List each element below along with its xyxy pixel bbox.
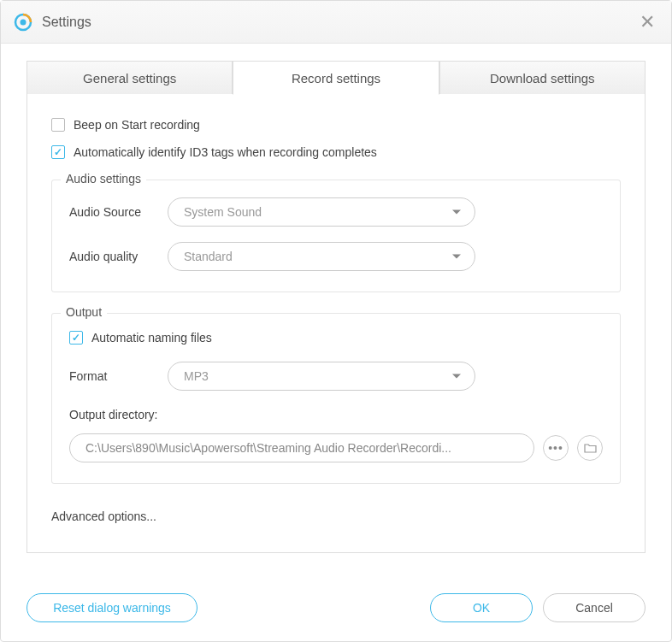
audio-quality-row: Audio quality Standard <box>69 242 603 271</box>
id3-row: Automatically identify ID3 tags when rec… <box>51 145 621 159</box>
beep-label: Beep on Start recording <box>74 118 200 132</box>
audio-settings-legend: Audio settings <box>61 172 146 186</box>
output-legend: Output <box>61 305 107 319</box>
open-folder-button[interactable] <box>577 435 603 461</box>
titlebar: Settings ✕ <box>1 1 671 44</box>
format-dropdown[interactable]: MP3 <box>168 362 475 391</box>
window-title: Settings <box>42 15 91 30</box>
record-settings-panel: Beep on Start recording Automatically id… <box>27 94 645 553</box>
audio-source-row: Audio Source System Sound <box>69 197 603 227</box>
output-directory-path[interactable]: C:\Users\890\Music\Apowersoft\Streaming … <box>69 433 534 462</box>
browse-button[interactable]: ••• <box>543 435 569 461</box>
auto-naming-row: Automatic naming files <box>69 331 603 345</box>
format-value: MP3 <box>184 369 209 383</box>
beep-row: Beep on Start recording <box>51 118 621 132</box>
auto-naming-checkbox[interactable] <box>69 331 83 345</box>
chevron-down-icon <box>452 255 461 259</box>
folder-icon <box>584 443 597 454</box>
format-label: Format <box>69 369 168 383</box>
format-row: Format MP3 <box>69 362 603 391</box>
cancel-button[interactable]: Cancel <box>543 593 645 622</box>
id3-checkbox[interactable] <box>51 145 65 159</box>
audio-settings-fieldset: Audio settings Audio Source System Sound… <box>51 180 621 292</box>
output-directory-label: Output directory: <box>69 408 603 421</box>
tabs-bar: General settings Record settings Downloa… <box>27 61 645 95</box>
audio-source-dropdown[interactable]: System Sound <box>168 197 475 227</box>
chevron-down-icon <box>452 210 461 215</box>
chevron-down-icon <box>452 374 461 379</box>
beep-checkbox[interactable] <box>51 118 65 132</box>
output-fieldset: Output Automatic naming files Format MP3… <box>51 313 621 484</box>
id3-label: Automatically identify ID3 tags when rec… <box>74 145 377 159</box>
advanced-options-link[interactable]: Advanced options... <box>51 509 621 523</box>
content-area: General settings Record settings Downloa… <box>1 44 671 553</box>
ok-button[interactable]: OK <box>430 593 533 622</box>
audio-quality-dropdown[interactable]: Standard <box>168 242 475 271</box>
svg-point-1 <box>21 19 27 25</box>
app-logo-icon <box>13 12 33 32</box>
ellipsis-icon: ••• <box>548 441 563 455</box>
footer-right: OK Cancel <box>430 593 645 622</box>
settings-window: Settings ✕ General settings Record setti… <box>0 0 672 642</box>
audio-source-value: System Sound <box>184 205 262 219</box>
tab-general[interactable]: General settings <box>27 61 233 95</box>
reset-warnings-button[interactable]: Reset dialog warnings <box>27 593 197 622</box>
tab-download[interactable]: Download settings <box>439 61 645 95</box>
auto-naming-label: Automatic naming files <box>91 331 212 345</box>
audio-quality-value: Standard <box>184 250 233 263</box>
tab-record[interactable]: Record settings <box>233 61 439 95</box>
audio-quality-label: Audio quality <box>69 250 168 263</box>
audio-source-label: Audio Source <box>69 205 168 219</box>
footer: Reset dialog warnings OK Cancel <box>27 593 645 622</box>
output-directory-row: C:\Users\890\Music\Apowersoft\Streaming … <box>69 433 603 462</box>
close-icon: ✕ <box>640 11 655 33</box>
close-button[interactable]: ✕ <box>635 10 659 34</box>
